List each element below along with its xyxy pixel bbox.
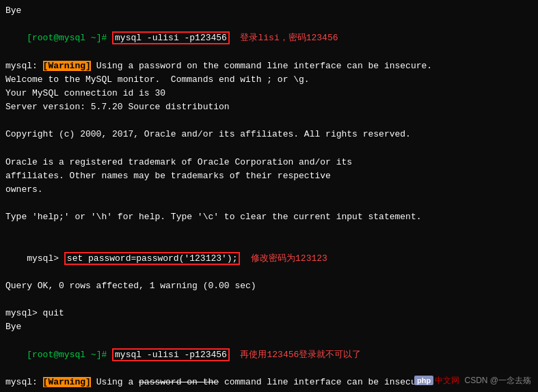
fail-command: mysql -ulisi -p123456 <box>112 348 230 361</box>
line-login-fail: [root@mysql ~]# mysql -ulisi -p123456 再使… <box>5 334 533 375</box>
php-cn: 中文网 <box>435 376 459 385</box>
line-login-cmd: [root@mysql ~]# mysql -ulisi -p123456 登录… <box>5 18 533 59</box>
line-bye2: Bye <box>5 320 533 334</box>
line-warning1: mysql: [Warning] Using a password on the… <box>5 59 533 73</box>
login-command: mysql -ulisi -p123456 <box>112 31 230 44</box>
line-queryok: Query OK, 0 rows affected, 1 warning (0.… <box>5 279 533 293</box>
line-connid1: Your MySQL connection id is 30 <box>5 87 533 100</box>
line-quit: mysql> quit <box>5 307 533 320</box>
prompt: [root@mysql ~]# <box>27 33 107 43</box>
line-type1: Type 'help;' or '\h' for help. Type '\c'… <box>5 210 533 224</box>
line-affiliates1: affiliates. Other names may be trademark… <box>5 169 533 183</box>
line-version1: Server version: 5.7.20 Source distributi… <box>5 100 533 114</box>
csdn-label: CSDN @一念去殇 <box>464 376 531 385</box>
line-oracle1: Oracle is a registered trademark of Orac… <box>5 156 533 169</box>
setpwd-annotation: 修改密码为123123 <box>240 253 327 264</box>
blank5 <box>5 293 533 307</box>
line-owners1: owners. <box>5 183 533 197</box>
blank3 <box>5 197 533 210</box>
setpwd-command: set password=password('123123'); <box>64 252 241 265</box>
php-badge: php <box>414 376 433 385</box>
line-setpwd: mysql> set password=password('123123'); … <box>5 238 533 279</box>
login-annotation: 登录lisi，密码123456 <box>230 33 338 43</box>
watermark: php中文网 CSDN @一念去殇 <box>414 375 531 387</box>
blank1 <box>5 114 533 128</box>
terminal: Bye [root@mysql ~]# mysql -ulisi -p12345… <box>0 0 538 392</box>
line-error: ERROR 1045 (28000): Access denied for us… <box>5 389 533 392</box>
line-copyright1: Copyright (c) 2000, 2017, Oracle and/or … <box>5 128 533 141</box>
blank2 <box>5 141 533 155</box>
line-bye1: Bye <box>5 4 533 18</box>
line-welcome1: Welcome to the MySQL monitor. Commands e… <box>5 73 533 87</box>
prompt-fail: [root@mysql ~]# <box>27 350 107 360</box>
fail-annotation: 再使用123456登录就不可以了 <box>230 350 361 360</box>
blank4 <box>5 224 533 238</box>
